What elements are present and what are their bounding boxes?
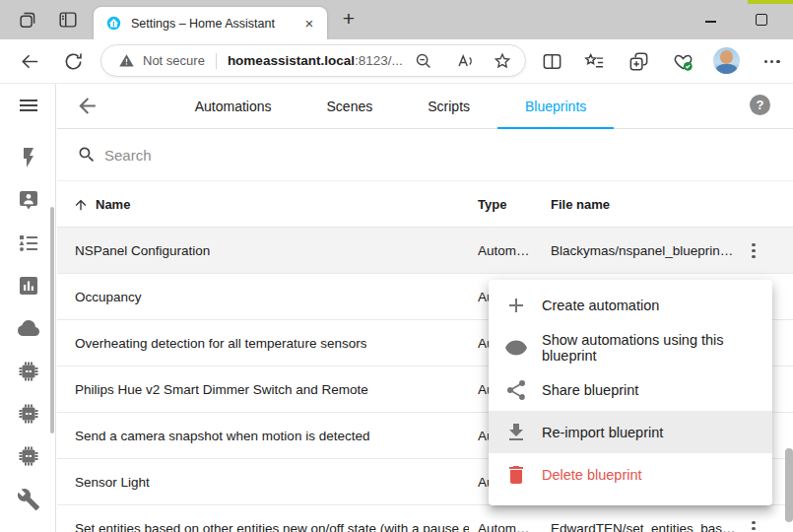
page-scrollbar[interactable] (785, 448, 793, 522)
sidebar-scrollbar[interactable] (50, 207, 54, 433)
table-row[interactable]: Set entities based on other entities new… (57, 505, 793, 532)
tab-close-icon[interactable]: × (300, 15, 318, 33)
trash-icon (504, 463, 528, 487)
menu-item-create-automation[interactable]: Create automation (489, 284, 772, 326)
address-divider (216, 53, 217, 69)
tab-scenes[interactable]: Scenes (299, 84, 401, 129)
read-aloud-icon[interactable] (454, 50, 476, 72)
column-header-name[interactable]: Name (73, 181, 130, 228)
chip-icon[interactable] (17, 444, 40, 468)
address-bar[interactable]: Not secure homeassistant.local:8123/... (100, 44, 526, 77)
eye-icon (504, 336, 528, 360)
maximize-icon[interactable] (756, 14, 767, 26)
table-header: Name Type File name (57, 181, 793, 228)
share-icon (504, 378, 528, 402)
browser-tab-strip: Settings – Home Assistant × + (0, 0, 793, 39)
column-header-type[interactable]: Type (478, 181, 506, 228)
browser-essentials-icon[interactable] (672, 50, 694, 73)
back-icon[interactable] (19, 50, 41, 73)
chip-icon[interactable] (17, 402, 40, 426)
nav-tabs: Automations Scenes Scripts Blueprints (57, 84, 724, 129)
blueprint-context-menu: Create automation Show automations using… (489, 280, 772, 505)
chip-icon[interactable] (17, 360, 40, 383)
more-vertical-icon[interactable] (744, 240, 763, 261)
new-tab-icon[interactable]: + (338, 9, 360, 31)
security-label[interactable]: Not secure (143, 53, 205, 68)
more-vertical-icon[interactable] (744, 518, 763, 532)
collections-icon[interactable] (628, 50, 650, 73)
screen-share-strip (748, 0, 793, 4)
minimize-icon[interactable] (705, 21, 716, 23)
search-input[interactable] (104, 129, 498, 181)
todo-list-icon[interactable] (17, 232, 40, 255)
help-icon[interactable]: ? (750, 95, 770, 115)
url-tail: :8123/... (355, 53, 403, 68)
split-screen-icon[interactable] (541, 50, 563, 73)
refresh-icon[interactable] (62, 50, 85, 73)
column-header-file[interactable]: File name (551, 181, 610, 228)
wrench-icon[interactable] (17, 488, 40, 511)
flash-icon[interactable] (17, 146, 40, 169)
history-chart-icon[interactable] (17, 274, 40, 298)
menu-item-share-blueprint[interactable]: Share blueprint (489, 368, 772, 411)
warning-icon (118, 52, 135, 69)
tab-title: Settings – Home Assistant (131, 17, 300, 31)
tab-automations[interactable]: Automations (167, 84, 299, 129)
tab-scripts[interactable]: Scripts (400, 84, 497, 129)
zoom-out-icon[interactable] (413, 50, 434, 72)
download-icon (504, 421, 528, 444)
vertical-tabs-icon[interactable] (57, 9, 79, 31)
browser-tab[interactable]: Settings – Home Assistant × (94, 7, 327, 39)
favorite-star-icon[interactable] (492, 50, 513, 72)
url-text[interactable]: homeassistant.local:8123/... (228, 53, 403, 68)
table-row[interactable]: NSPanel Configuration Autom… Blackymas/n… (57, 228, 793, 274)
menu-icon[interactable] (17, 94, 40, 117)
more-horizontal-icon[interactable] (764, 60, 780, 63)
favorites-bar-icon[interactable] (583, 50, 606, 73)
tab-blueprints[interactable]: Blueprints (497, 84, 614, 129)
plus-icon (504, 294, 528, 317)
cloud-icon[interactable] (17, 316, 40, 340)
profile-avatar[interactable] (713, 47, 740, 74)
app-header: Automations Scenes Scripts Blueprints ? (57, 84, 793, 129)
sort-asc-icon (73, 197, 89, 213)
menu-item-show-automations[interactable]: Show automations using this blueprint (489, 326, 772, 368)
search-icon (77, 145, 97, 165)
map-marker-account-icon[interactable] (17, 188, 40, 212)
ha-sidebar (0, 84, 56, 532)
browser-toolbar: Not secure homeassistant.local:8123/... (0, 39, 793, 84)
menu-item-delete-blueprint[interactable]: Delete blueprint (489, 453, 772, 496)
search-row (57, 129, 793, 181)
workspaces-icon[interactable] (17, 9, 38, 31)
menu-item-reimport-blueprint[interactable]: Re-import blueprint (489, 411, 772, 453)
home-assistant-favicon (105, 15, 122, 32)
url-host: homeassistant.local (228, 53, 355, 68)
